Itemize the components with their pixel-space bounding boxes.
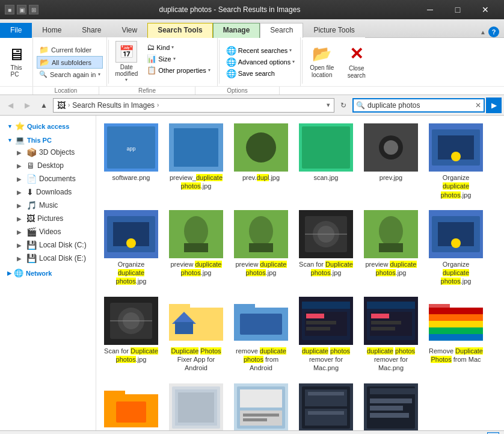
search-go-button[interactable]: ▶ [486, 98, 502, 113]
sidebar-item-local-c[interactable]: ▶ 💾 Local Disk (C:) [0, 238, 96, 252]
file-item-scan1[interactable]: Scan for Duplicate photos.jpg [296, 207, 356, 289]
file-name-top5: prev.jpg [380, 173, 402, 182]
tab-share[interactable]: Share [72, 23, 111, 38]
tab-view[interactable]: View [111, 23, 147, 38]
search-input[interactable] [367, 101, 473, 110]
sidebar-item-desktop[interactable]: ▶ 🖥 Desktop [0, 159, 96, 172]
window-title: duplicate photos - Search Results in Ima… [43, 5, 416, 14]
file-item-top3[interactable]: prev.dupl.jpg [231, 120, 291, 202]
file-item-prev1[interactable]: preview duplicate photos.jpg [166, 207, 226, 289]
advanced-options-arrow: ▾ [292, 59, 295, 64]
search-clear-button[interactable]: ✕ [475, 101, 481, 110]
file-item-org1[interactable]: Organize duplicate photos.jpg [426, 120, 486, 202]
app-icon-3: ⊞ [29, 5, 38, 14]
help-icon[interactable]: ? [488, 26, 499, 37]
sidebar-item-local-e[interactable]: ▶ 💾 Local Disk (E:) [0, 252, 96, 265]
documents-icon: 📄 [26, 174, 37, 184]
svg-rect-73 [429, 334, 483, 341]
svg-rect-58 [306, 327, 330, 330]
file-item-software[interactable]: app software.png [101, 120, 161, 202]
tab-manage[interactable]: Manage [213, 23, 260, 38]
file-thumb-software: app [104, 123, 158, 172]
svg-rect-100 [370, 413, 409, 418]
sidebar-item-music[interactable]: ▶ 🎵 Music [0, 199, 96, 212]
file-item-top5[interactable]: prev.jpg [361, 120, 421, 202]
date-modified-button[interactable]: 📅 Datemodified ▾ [112, 40, 140, 84]
tab-file[interactable]: File [0, 23, 32, 38]
file-item-org3[interactable]: Organize duplicate photos.jpg [426, 207, 486, 289]
file-item-manual[interactable]: Manual Method.png [166, 380, 226, 430]
address-path[interactable]: 🖼 › Search Results in Images › ▾ [53, 98, 334, 113]
this-pc-button[interactable]: 🖥 ThisPC [0, 37, 33, 86]
tab-home[interactable]: Home [32, 23, 72, 38]
refresh-button[interactable]: ↻ [336, 98, 351, 113]
file-thumb-prev1 [169, 210, 223, 258]
tab-picture-tools[interactable]: Picture Tools [303, 23, 364, 38]
downloads-icon: ⬇ [26, 187, 34, 197]
svg-point-6 [246, 132, 276, 163]
sidebar-item-downloads[interactable]: ▶ ⬇ Downloads [0, 185, 96, 199]
size-button[interactable]: 📊 Size ▾ [145, 54, 212, 64]
sidebar-item-quick-access[interactable]: ▼ ⭐ Quick access [0, 118, 96, 132]
minimize-button[interactable]: ─ [416, 0, 444, 19]
file-item-prev3[interactable]: preview duplicate photos.jpg [361, 207, 421, 289]
date-modified-icon: 📅 [115, 41, 137, 63]
maximize-button[interactable]: □ [444, 0, 472, 19]
file-item-folder3[interactable]: Remove Duplicate Photos from Mac [426, 294, 486, 376]
file-item-dark2[interactable]: duplicate photos remover for Mac.png [361, 294, 421, 376]
search-again-button[interactable]: 🔍 Search again in ▾ [37, 69, 103, 79]
file-name-org2: Organize duplicate photos.jpg [104, 260, 158, 286]
forward-button[interactable]: ▶ [19, 98, 35, 113]
file-item-folder2[interactable]: remove duplicate photos from Android [231, 294, 291, 376]
tab-search[interactable]: Search [260, 23, 303, 38]
size-icon: 📊 [147, 54, 156, 63]
file-item-folder1[interactable]: Duplicate Photos Fixer App for Android [166, 294, 226, 376]
recent-searches-button[interactable]: 🌐 Recent searches ▾ [224, 45, 297, 56]
close-button[interactable]: ✕ [472, 0, 499, 19]
svg-rect-65 [371, 327, 395, 330]
file-area[interactable]: app software.png preview_duplicatephotos… [96, 116, 504, 430]
file-item-folder4[interactable]: Remove Duplicates from Google Photos [101, 380, 161, 430]
svg-rect-72 [429, 327, 483, 334]
sidebar-item-pictures[interactable]: ▶ 🖼 Pictures [0, 212, 96, 225]
main-area: ▼ ⭐ Quick access ▼ 💻 This PC ▶ 📦 3D Obje… [0, 116, 504, 430]
save-search-button[interactable]: 🌐 Save search [224, 68, 297, 79]
path-dropdown-arrow[interactable]: ▾ [327, 101, 330, 109]
file-item-automark[interactable]: auto mark duplicates.png [296, 380, 356, 430]
file-item-top2[interactable]: preview_duplicatephotos.jpg [166, 120, 226, 202]
all-subfolders-button[interactable]: 📂 All subfolders [37, 56, 103, 69]
svg-point-21 [184, 216, 208, 246]
quick-access-expand: ▼ [7, 123, 13, 129]
file-item-scan2[interactable]: Scan for Duplicate photos.jpg [101, 294, 161, 376]
file-item-top4[interactable]: scan.jpg [296, 120, 356, 202]
music-label: Music [39, 201, 58, 209]
open-file-location-button[interactable]: 📂 Open filelocation [304, 37, 340, 86]
large-icons-view-button[interactable]: ⊞ [487, 432, 499, 435]
file-item-dark1[interactable]: duplicate photos remover for Mac.png [296, 294, 356, 376]
sidebar-item-network[interactable]: ▶ 🌐 Network [0, 265, 96, 279]
file-name-software: software.png [112, 173, 150, 182]
current-folder-button[interactable]: 📁 Current folder [37, 44, 103, 55]
file-item-prev2[interactable]: preview duplicate photos.jpg [231, 207, 291, 289]
close-search-button[interactable]: ✕ Closesearch [340, 37, 373, 86]
sidebar-item-3d-objects[interactable]: ▶ 📦 3D Objects [0, 146, 96, 159]
sidebar-item-videos[interactable]: ▶ 🎬 Videos [0, 225, 96, 238]
ribbon-top: 🖥 ThisPC 📁 Current folder 📂 All subfolde… [0, 37, 504, 86]
advanced-options-button[interactable]: 🌐 Advanced options ▾ [224, 57, 297, 67]
music-icon: 🎵 [26, 200, 37, 210]
ribbon-up-icon[interactable]: ▲ [480, 29, 486, 36]
file-item-delete[interactable]: delete marked duplicates.png [231, 380, 291, 430]
file-item-initiate[interactable]: Initiate a scan.png [361, 380, 421, 430]
sidebar-item-documents[interactable]: ▶ 📄 Documents [0, 172, 96, 185]
back-button[interactable]: ◀ [2, 98, 18, 113]
svg-rect-22 [184, 243, 208, 252]
tab-search-tools[interactable]: Search Tools [147, 23, 212, 38]
file-thumb-top3 [234, 123, 288, 172]
sidebar-item-this-pc[interactable]: ▼ 💻 This PC [0, 132, 96, 146]
up-button[interactable]: ▲ [36, 98, 52, 113]
other-properties-button[interactable]: 📋 Other properties ▾ [145, 65, 212, 75]
kind-button[interactable]: 🗂 Kind ▾ [145, 42, 212, 52]
details-view-button[interactable]: ☰ [474, 432, 486, 435]
file-thumb-initiate [364, 383, 418, 430]
file-item-org2[interactable]: Organize duplicate photos.jpg [101, 207, 161, 289]
